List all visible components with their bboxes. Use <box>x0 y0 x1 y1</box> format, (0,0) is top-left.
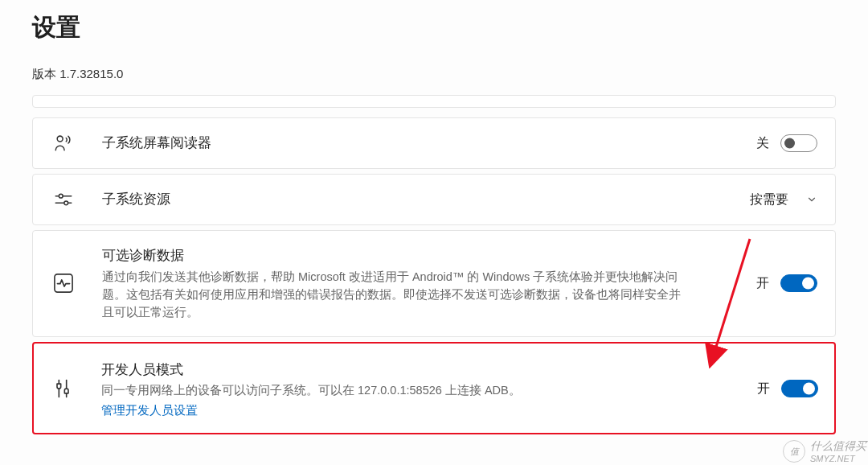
row-description: 通过向我们发送其他诊断数据，帮助 Microsoft 改进适用于 Android… <box>102 268 681 322</box>
status-label: 关 <box>756 135 769 152</box>
version-label: 版本 1.7.32815.0 <box>32 67 836 82</box>
svg-point-4 <box>64 201 68 205</box>
row-developer-mode[interactable]: 开发人员模式 同一专用网络上的设备可以访问子系统。可以在 127.0.0.1:5… <box>32 342 836 434</box>
watermark-url: SMYZ.NET <box>810 454 866 463</box>
toggle-developer-mode[interactable] <box>781 380 818 397</box>
page-title: 设置 <box>32 11 836 44</box>
row-title: 可选诊断数据 <box>102 245 731 266</box>
row-title: 子系统屏幕阅读器 <box>102 133 731 154</box>
row-diagnostic-data[interactable]: 可选诊断数据 通过向我们发送其他诊断数据，帮助 Microsoft 改进适用于 … <box>32 230 836 337</box>
heartbeat-icon <box>51 272 76 294</box>
svg-point-2 <box>59 194 63 198</box>
toggle-screen-reader[interactable] <box>780 134 817 152</box>
watermark: 值 什么值得买 SMYZ.NET <box>783 439 866 463</box>
screen-reader-icon <box>51 133 76 154</box>
status-label: 开 <box>757 381 770 397</box>
row-title: 开发人员模式 <box>101 360 731 381</box>
chevron-down-icon <box>806 194 817 205</box>
tools-icon <box>50 377 76 400</box>
sliders-icon <box>51 189 76 210</box>
row-description: 同一专用网络上的设备可以访问子系统。可以在 127.0.0.1:58526 上连… <box>101 381 680 399</box>
watermark-logo: 值 <box>783 440 805 463</box>
svg-point-0 <box>57 136 63 142</box>
row-screen-reader[interactable]: 子系统屏幕阅读器 关 <box>32 117 836 169</box>
watermark-text: 什么值得买 <box>810 439 866 454</box>
row-subsystem-resources[interactable]: 子系统资源 按需要 <box>32 174 836 225</box>
card-stub <box>32 95 836 108</box>
status-label: 开 <box>756 275 769 292</box>
manage-developer-settings-link[interactable]: 管理开发人员设置 <box>101 403 198 418</box>
status-label: 按需要 <box>750 191 788 208</box>
row-title: 子系统资源 <box>102 189 724 210</box>
toggle-diagnostic[interactable] <box>780 274 817 292</box>
